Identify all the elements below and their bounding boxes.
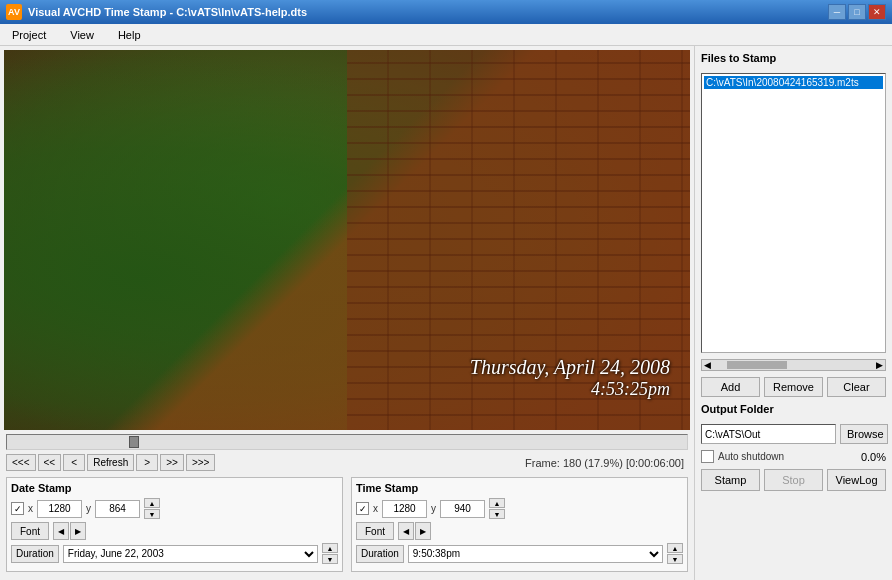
- frame-info: Frame: 180 (17.9%) [0:00:06:00]: [525, 457, 688, 469]
- stop-button[interactable]: Stop: [764, 469, 823, 491]
- output-folder-title: Output Folder: [701, 403, 886, 415]
- timestamp-time: 4:53:25pm: [470, 379, 670, 400]
- time-left-button[interactable]: ◀: [398, 522, 414, 540]
- title-bar: AV Visual AVCHD Time Stamp - C:\vATS\In\…: [0, 0, 892, 24]
- window-controls: ─ □ ✕: [828, 4, 886, 20]
- files-list[interactable]: C:\vATS\In\20080424165319.m2ts: [701, 73, 886, 353]
- add-button[interactable]: Add: [701, 377, 760, 397]
- time-duration-updown: ▲ ▼: [667, 543, 683, 564]
- stamp-button[interactable]: Stamp: [701, 469, 760, 491]
- maximize-button[interactable]: □: [848, 4, 866, 20]
- viewlog-button[interactable]: ViewLog: [827, 469, 886, 491]
- date-updown: ▲ ▼: [144, 498, 160, 519]
- date-up-button[interactable]: ▲: [144, 498, 160, 508]
- app-icon: AV: [6, 4, 22, 20]
- time-y-label: y: [431, 503, 436, 514]
- time-down-button[interactable]: ▼: [489, 509, 505, 519]
- time-x-input[interactable]: [382, 500, 427, 518]
- nav-prev2-button[interactable]: <<: [38, 454, 62, 471]
- time-updown: ▲ ▼: [489, 498, 505, 519]
- menu-project[interactable]: Project: [4, 27, 54, 43]
- shutdown-percent: 0.0%: [861, 451, 886, 463]
- scrubber-thumb[interactable]: [129, 436, 139, 448]
- file-action-buttons: Add Remove Clear: [701, 377, 886, 397]
- file-item[interactable]: C:\vATS\In\20080424165319.m2ts: [704, 76, 883, 89]
- timestamp-date: Thursday, April 24, 2008: [470, 356, 670, 379]
- date-stamp-checkbox[interactable]: ✓: [11, 502, 24, 515]
- date-font-row: Font ◀ ▶: [11, 522, 338, 540]
- minimize-button[interactable]: ─: [828, 4, 846, 20]
- output-folder-row: Browse: [701, 424, 886, 444]
- date-x-input[interactable]: [37, 500, 82, 518]
- time-y-input[interactable]: [440, 500, 485, 518]
- date-down-button[interactable]: ▼: [144, 509, 160, 519]
- nav-prev1-button[interactable]: <: [63, 454, 85, 471]
- time-duration-row: Duration 9:50:38pm ▲ ▼: [356, 543, 683, 564]
- date-right-button[interactable]: ▶: [70, 522, 86, 540]
- files-to-stamp-title: Files to Stamp: [701, 52, 886, 64]
- main-content: Thursday, April 24, 2008 4:53:25pm <<< <…: [0, 46, 892, 580]
- nav-next2-button[interactable]: >>: [160, 454, 184, 471]
- browse-button[interactable]: Browse: [840, 424, 888, 444]
- auto-shutdown-checkbox[interactable]: [701, 450, 714, 463]
- scroll-left-arrow[interactable]: ◀: [702, 360, 713, 370]
- output-path-input[interactable]: [701, 424, 836, 444]
- menu-view[interactable]: View: [62, 27, 102, 43]
- date-stamp-section: Date Stamp ✓ x y ▲ ▼ Font ◀ ▶: [6, 477, 343, 572]
- scrubber[interactable]: [6, 434, 688, 450]
- scrubber-area: [4, 430, 690, 452]
- time-duration-down-button[interactable]: ▼: [667, 554, 683, 564]
- date-value-select[interactable]: Friday, June 22, 2003: [63, 545, 318, 563]
- nav-start-button[interactable]: <<<: [6, 454, 36, 471]
- time-up-button[interactable]: ▲: [489, 498, 505, 508]
- date-duration-up-button[interactable]: ▲: [322, 543, 338, 553]
- clear-button[interactable]: Clear: [827, 377, 886, 397]
- date-duration-row: Duration Friday, June 22, 2003 ▲ ▼: [11, 543, 338, 564]
- close-button[interactable]: ✕: [868, 4, 886, 20]
- nav-controls: <<< << < Refresh > >> >>> Frame: 180 (17…: [4, 452, 690, 473]
- nav-next1-button[interactable]: >: [136, 454, 158, 471]
- time-stamp-title: Time Stamp: [356, 482, 683, 494]
- date-duration-button[interactable]: Duration: [11, 545, 59, 563]
- date-font-button[interactable]: Font: [11, 522, 49, 540]
- time-font-row: Font ◀ ▶: [356, 522, 683, 540]
- right-panel: Files to Stamp C:\vATS\In\20080424165319…: [694, 46, 892, 580]
- time-leftright: ◀ ▶: [398, 522, 431, 540]
- time-right-button[interactable]: ▶: [415, 522, 431, 540]
- time-duration-button[interactable]: Duration: [356, 545, 404, 563]
- time-stamp-section: Time Stamp ✓ x y ▲ ▼ Font ◀ ▶: [351, 477, 688, 572]
- auto-shutdown-row: Auto shutdown 0.0%: [701, 450, 886, 463]
- menu-help[interactable]: Help: [110, 27, 149, 43]
- video-area: Thursday, April 24, 2008 4:53:25pm: [4, 50, 690, 430]
- stamp-controls: Date Stamp ✓ x y ▲ ▼ Font ◀ ▶: [4, 473, 690, 576]
- date-stamp-title: Date Stamp: [11, 482, 338, 494]
- date-leftright: ◀ ▶: [53, 522, 86, 540]
- time-value-select[interactable]: 9:50:38pm: [408, 545, 663, 563]
- date-y-label: y: [86, 503, 91, 514]
- auto-shutdown-label: Auto shutdown: [718, 451, 784, 462]
- date-duration-down-button[interactable]: ▼: [322, 554, 338, 564]
- menu-bar: Project View Help: [0, 24, 892, 46]
- time-font-button[interactable]: Font: [356, 522, 394, 540]
- bottom-buttons: Stamp Stop ViewLog: [701, 469, 886, 491]
- time-x-label: x: [373, 503, 378, 514]
- remove-button[interactable]: Remove: [764, 377, 823, 397]
- refresh-button[interactable]: Refresh: [87, 454, 134, 471]
- time-stamp-xy-row: ✓ x y ▲ ▼: [356, 498, 683, 519]
- time-stamp-checkbox[interactable]: ✓: [356, 502, 369, 515]
- video-placeholder: Thursday, April 24, 2008 4:53:25pm: [4, 50, 690, 430]
- date-y-input[interactable]: [95, 500, 140, 518]
- date-duration-updown: ▲ ▼: [322, 543, 338, 564]
- time-duration-up-button[interactable]: ▲: [667, 543, 683, 553]
- left-panel: Thursday, April 24, 2008 4:53:25pm <<< <…: [0, 46, 694, 580]
- date-left-button[interactable]: ◀: [53, 522, 69, 540]
- nav-end-button[interactable]: >>>: [186, 454, 216, 471]
- timestamp-overlay: Thursday, April 24, 2008 4:53:25pm: [470, 356, 670, 400]
- window-title: Visual AVCHD Time Stamp - C:\vATS\In\vAT…: [28, 6, 307, 18]
- scroll-right-arrow[interactable]: ▶: [874, 360, 885, 370]
- date-stamp-xy-row: ✓ x y ▲ ▼: [11, 498, 338, 519]
- files-scrollbar-h[interactable]: ◀ ▶: [701, 359, 886, 371]
- date-x-label: x: [28, 503, 33, 514]
- scroll-thumb[interactable]: [727, 361, 787, 369]
